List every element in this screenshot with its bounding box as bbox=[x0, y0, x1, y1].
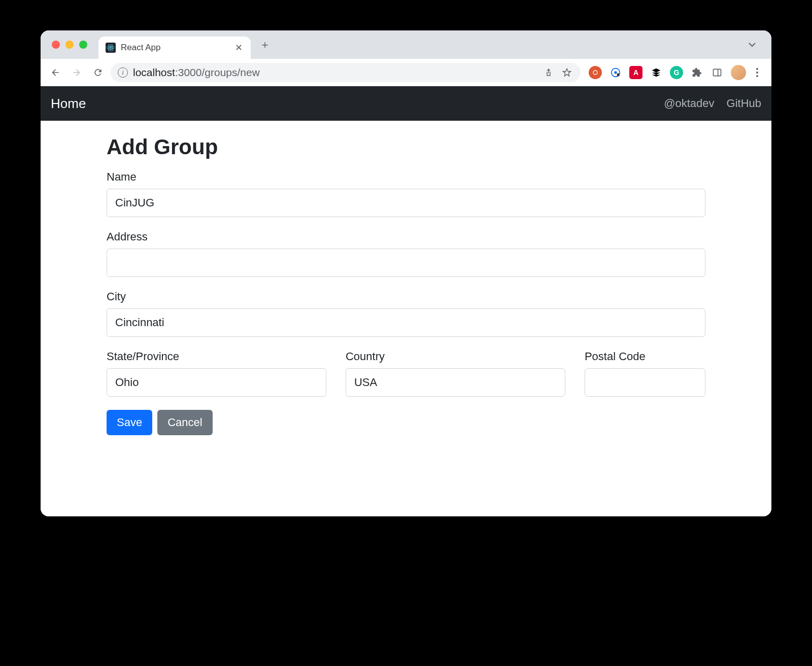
bookmark-star-icon[interactable] bbox=[560, 68, 573, 77]
name-label: Name bbox=[107, 170, 705, 184]
tabs-dropdown-icon[interactable] bbox=[745, 38, 759, 52]
site-info-icon[interactable]: i bbox=[118, 67, 128, 78]
url-text: localhost:3000/groups/new bbox=[133, 66, 260, 79]
country-input[interactable] bbox=[346, 368, 565, 397]
page-content: Add Group Name Address City State/Provin… bbox=[41, 121, 771, 516]
address-bar[interactable]: i localhost:3000/groups/new bbox=[111, 63, 581, 82]
tab-title: React App bbox=[121, 43, 228, 53]
maximize-window-icon[interactable] bbox=[79, 41, 87, 49]
svg-rect-9 bbox=[617, 73, 620, 76]
extension-duckduckgo-icon[interactable] bbox=[589, 66, 602, 79]
app-navbar: Home @oktadev GitHub bbox=[41, 86, 771, 121]
browser-window: React App ✕ ＋ i localhost:3000/groups/ne… bbox=[41, 30, 771, 516]
close-tab-icon[interactable]: ✕ bbox=[233, 43, 244, 53]
nav-brand-home[interactable]: Home bbox=[51, 96, 86, 112]
page-title: Add Group bbox=[107, 135, 705, 159]
minimize-window-icon[interactable] bbox=[65, 41, 74, 49]
close-window-icon[interactable] bbox=[52, 41, 60, 49]
postal-label: Postal Code bbox=[585, 350, 705, 363]
react-favicon-icon bbox=[106, 43, 116, 53]
svg-point-8 bbox=[614, 71, 617, 74]
state-input[interactable] bbox=[107, 368, 326, 397]
cancel-button[interactable]: Cancel bbox=[157, 410, 212, 435]
city-label: City bbox=[107, 290, 705, 303]
extension-angular-icon[interactable]: A bbox=[629, 66, 642, 79]
browser-menu-icon[interactable] bbox=[753, 68, 761, 77]
nav-link-github[interactable]: GitHub bbox=[727, 97, 761, 110]
state-label: State/Province bbox=[107, 350, 326, 363]
extensions-menu-icon[interactable] bbox=[690, 66, 703, 79]
tab-strip: React App ✕ ＋ bbox=[41, 30, 771, 59]
address-input[interactable] bbox=[107, 249, 705, 277]
profile-avatar[interactable] bbox=[731, 65, 746, 80]
address-label: Address bbox=[107, 230, 705, 243]
side-panel-icon[interactable] bbox=[710, 66, 724, 79]
forward-button[interactable] bbox=[68, 64, 85, 81]
share-icon[interactable] bbox=[542, 68, 555, 77]
extension-icons: A G bbox=[589, 65, 761, 80]
country-label: Country bbox=[346, 350, 565, 363]
name-input[interactable] bbox=[107, 189, 705, 217]
extension-password-icon[interactable] bbox=[609, 66, 622, 79]
extension-buffer-icon[interactable] bbox=[650, 66, 663, 79]
nav-link-oktadev[interactable]: @oktadev bbox=[664, 97, 714, 110]
svg-point-0 bbox=[110, 47, 112, 49]
extension-grammarly-icon[interactable]: G bbox=[670, 66, 683, 79]
svg-point-6 bbox=[594, 71, 597, 74]
browser-tab[interactable]: React App ✕ bbox=[98, 37, 251, 59]
new-tab-button[interactable]: ＋ bbox=[256, 36, 274, 54]
reload-button[interactable] bbox=[89, 64, 107, 81]
postal-input[interactable] bbox=[585, 368, 705, 397]
browser-toolbar: i localhost:3000/groups/new A G bbox=[41, 59, 771, 86]
svg-rect-10 bbox=[714, 69, 721, 76]
window-controls bbox=[52, 41, 87, 49]
back-button[interactable] bbox=[47, 64, 64, 81]
city-input[interactable] bbox=[107, 308, 705, 337]
save-button[interactable]: Save bbox=[107, 410, 152, 435]
